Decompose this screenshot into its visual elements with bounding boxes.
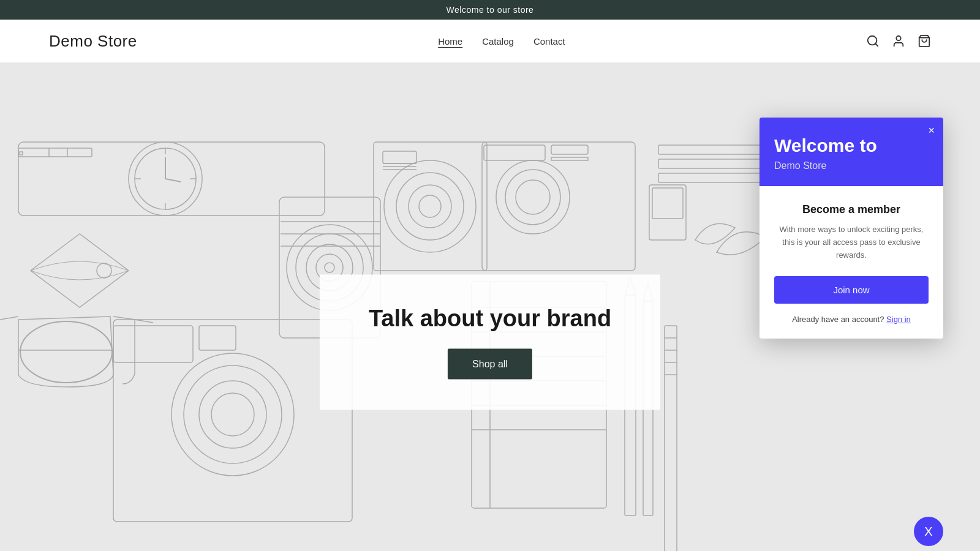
popup-signin-text: Already have an account? Sign in: [774, 315, 929, 324]
popup-body: Become a member With more ways to unlock…: [760, 186, 943, 339]
svg-rect-14: [20, 152, 23, 155]
nav-catalog[interactable]: Catalog: [482, 36, 514, 47]
popup-header: × Welcome to Demo Store: [760, 118, 943, 186]
announcement-bar: Welcome to our store: [0, 0, 980, 20]
popup-store-name: Demo Store: [774, 160, 929, 171]
svg-point-20: [409, 185, 451, 228]
search-icon[interactable]: [866, 34, 880, 48]
nav-home[interactable]: Home: [438, 36, 462, 47]
svg-point-21: [419, 195, 441, 217]
announcement-text: Welcome to our store: [447, 5, 534, 15]
hero-section: Talk about your brand Shop all × Welcome…: [0, 62, 980, 551]
header-icons: [866, 34, 931, 48]
svg-point-28: [505, 170, 560, 225]
membership-popup: × Welcome to Demo Store Become a member …: [760, 118, 943, 339]
svg-rect-22: [383, 151, 417, 163]
nav-contact[interactable]: Contact: [533, 36, 565, 47]
svg-point-19: [396, 173, 464, 240]
svg-point-49: [199, 381, 266, 448]
hero-title: Talk about your brand: [369, 305, 611, 331]
hero-content: Talk about your brand Shop all: [320, 274, 660, 410]
popup-member-desc: With more ways to unlock exciting perks,…: [774, 223, 929, 261]
svg-rect-30: [484, 145, 545, 160]
header: Demo Store Home Catalog Contact: [0, 20, 980, 62]
svg-rect-32: [551, 157, 588, 160]
shop-all-button[interactable]: Shop all: [448, 348, 532, 379]
svg-point-2: [896, 36, 900, 40]
svg-rect-13: [18, 148, 92, 157]
svg-point-18: [384, 160, 476, 252]
cart-icon[interactable]: [918, 34, 931, 48]
svg-line-44: [0, 317, 18, 320]
svg-point-39: [325, 263, 334, 272]
svg-rect-68: [665, 326, 677, 551]
svg-rect-4: [18, 142, 325, 216]
svg-point-47: [172, 353, 294, 476]
account-icon[interactable]: [892, 34, 905, 48]
svg-point-50: [211, 393, 254, 436]
popup-close-button[interactable]: ×: [928, 125, 935, 136]
svg-line-1: [875, 43, 878, 46]
logo[interactable]: Demo Store: [49, 32, 137, 51]
svg-rect-17: [374, 142, 487, 271]
popup-member-title: Become a member: [774, 203, 929, 216]
svg-point-33: [97, 263, 111, 278]
main-nav: Home Catalog Contact: [438, 36, 565, 47]
svg-point-43: [20, 321, 112, 383]
svg-rect-31: [551, 145, 588, 154]
svg-rect-73: [649, 185, 686, 240]
svg-rect-52: [199, 326, 236, 350]
svg-rect-51: [113, 326, 193, 362]
svg-point-27: [496, 160, 570, 234]
signin-link[interactable]: Sign in: [886, 315, 911, 324]
svg-rect-74: [652, 188, 683, 219]
join-now-button[interactable]: Join now: [774, 276, 929, 304]
svg-point-29: [516, 180, 550, 214]
svg-line-8: [165, 179, 181, 182]
svg-point-48: [184, 365, 282, 463]
bottom-close-button[interactable]: X: [914, 517, 943, 546]
popup-welcome-text: Welcome to: [774, 135, 929, 157]
